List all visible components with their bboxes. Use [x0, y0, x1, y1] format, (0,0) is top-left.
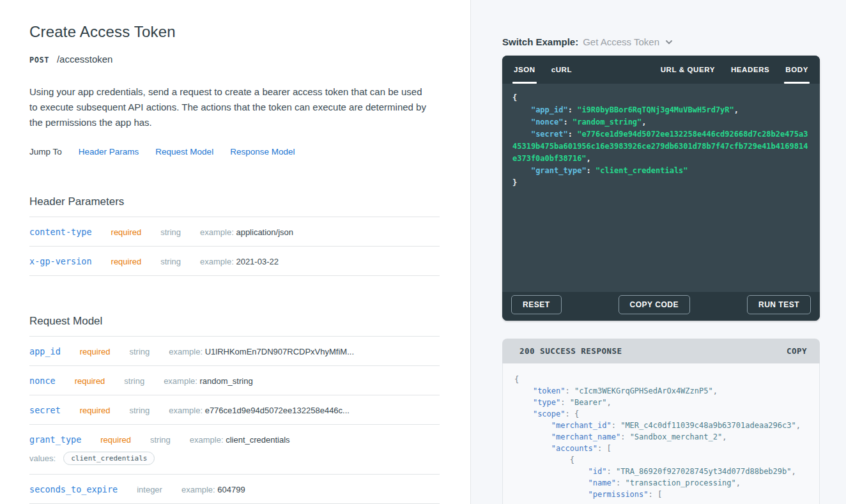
param-values-row: values:client_credentials — [29, 452, 440, 465]
reset-button[interactable]: RESET — [511, 295, 562, 314]
param-row-main: app_idrequiredstringexample: U1lRHKomEn7… — [29, 346, 440, 356]
param-example-label: example: — [169, 347, 204, 356]
request-example-panel: JSONcURL URL & QUERYHEADERSBODY { "app_i… — [502, 56, 820, 321]
param-name: grant_type — [29, 434, 81, 445]
param-type: string — [129, 347, 150, 356]
switch-example-select[interactable]: Get Access Token — [583, 36, 659, 47]
param-row-nonce: noncerequiredstringexample: random_strin… — [29, 366, 440, 395]
param-example-value: U1lRHKomEn7DN907RCDPxVhyMfiM... — [205, 347, 354, 356]
param-example-value: random_string — [200, 376, 253, 386]
section-heading: Header Parameters — [29, 195, 440, 208]
section-header-parameters: Header Parameterscontent-typerequiredstr… — [29, 195, 440, 276]
param-example-value: client_credentials — [226, 435, 289, 445]
param-example-value: 604799 — [217, 485, 245, 494]
param-row-main: grant_typerequiredstringexample: client_… — [29, 434, 440, 445]
param-row-main: content-typerequiredstringexample: appli… — [29, 227, 440, 237]
section-heading: Request Model — [29, 315, 440, 328]
param-example-label: example: — [164, 376, 199, 386]
param-required-badge: required — [80, 406, 111, 415]
param-example-value: application/json — [236, 227, 293, 237]
param-row-grant-type: grant_typerequiredstringexample: client_… — [29, 425, 440, 475]
param-row-main: x-gp-versionrequiredstringexample: 2021-… — [29, 256, 440, 266]
param-rows: app_idrequiredstringexample: U1lRHKomEn7… — [29, 336, 440, 504]
param-type: string — [124, 376, 144, 386]
response-header: 200 SUCCESS RESPONSE COPY — [502, 339, 820, 363]
tab-json[interactable]: JSON — [512, 56, 537, 84]
example-panel-footer: RESETCOPY CODERUN TEST — [502, 292, 820, 321]
switch-example-row: Switch Example: Get Access Token — [502, 36, 820, 47]
param-name: nonce — [29, 376, 56, 386]
example-pane: Switch Example: Get Access Token JSONcUR… — [471, 0, 846, 504]
param-example-label: example: — [190, 435, 226, 445]
copy-code-button[interactable]: COPY CODE — [619, 295, 690, 314]
endpoint: POST /accesstoken — [29, 54, 440, 65]
section-request-model: Request Modelapp_idrequiredstringexample… — [29, 315, 440, 504]
jump-link-header-params[interactable]: Header Params — [79, 147, 139, 157]
jump-link-response-model[interactable]: Response Model — [230, 147, 295, 157]
param-example-label: example: — [169, 406, 204, 415]
param-rows: content-typerequiredstringexample: appli… — [29, 217, 440, 276]
endpoint-description: Using your app credentials, send a reque… — [29, 84, 429, 130]
doc-pane: Create Access Token POST /accesstoken Us… — [0, 0, 471, 504]
param-example-label: example: — [200, 227, 236, 237]
tab-curl[interactable]: cURL — [550, 56, 573, 84]
param-example: example: U1lRHKomEn7DN907RCDPxVhyMfiM... — [169, 347, 354, 356]
endpoint-path: /accesstoken — [57, 54, 113, 65]
param-type: string — [160, 257, 181, 266]
param-example: example: random_string — [164, 376, 252, 386]
param-name: app_id — [29, 346, 61, 356]
tab-url-query[interactable]: URL & QUERY — [659, 56, 716, 84]
param-row-secret: secretrequiredstringexample: e776ce1d9e9… — [29, 395, 440, 425]
tab-body[interactable]: BODY — [784, 56, 810, 84]
page-title: Create Access Token — [29, 23, 440, 41]
param-example: example: e776ce1d9e94d5072ee132258e446c.… — [169, 406, 350, 415]
param-row-app-id: app_idrequiredstringexample: U1lRHKomEn7… — [29, 337, 440, 366]
param-example: example: 2021-03-22 — [200, 257, 279, 266]
param-type: string — [129, 406, 150, 415]
param-values-label: values: — [29, 454, 56, 463]
param-example-value: e776ce1d9e94d5072ee132258e446c... — [205, 406, 350, 415]
param-required-badge: required — [80, 347, 111, 356]
param-row-main: seconds_to_expireintegerexample: 604799 — [29, 484, 440, 494]
http-method: POST — [29, 56, 49, 65]
param-example: example: application/json — [200, 227, 293, 237]
param-type: string — [160, 227, 181, 237]
request-code: { "app_id": "i9R0byBBor6RqTQNj3g4MuVBwH5… — [502, 84, 820, 292]
response-code: { "token": "cIcm3WEKGrqGPHSedArOx4WZznP5… — [502, 363, 820, 504]
param-example: example: 604799 — [181, 485, 245, 494]
response-copy-button[interactable]: COPY — [787, 346, 807, 356]
jump-link-request-model[interactable]: Request Model — [155, 147, 213, 157]
page: Create Access Token POST /accesstoken Us… — [0, 0, 846, 504]
chevron-down-icon[interactable] — [665, 40, 673, 45]
param-example-label: example: — [200, 257, 236, 266]
param-name: x-gp-version — [29, 256, 92, 266]
param-value-chip: client_credentials — [63, 452, 155, 465]
response-status: 200 SUCCESS RESPONSE — [519, 346, 622, 356]
switch-example-label: Switch Example: — [502, 36, 578, 47]
param-required-badge: required — [100, 435, 131, 445]
tab-headers[interactable]: HEADERS — [730, 56, 771, 84]
param-row-main: secretrequiredstringexample: e776ce1d9e9… — [29, 405, 440, 415]
response-panel: 200 SUCCESS RESPONSE COPY { "token": "cI… — [502, 339, 820, 504]
jump-to-label: Jump To — [29, 147, 62, 157]
param-required-badge: required — [111, 257, 142, 266]
param-name: seconds_to_expire — [29, 484, 118, 494]
param-row-x-gp-version: x-gp-versionrequiredstringexample: 2021-… — [29, 247, 440, 276]
param-row-main: noncerequiredstringexample: random_strin… — [29, 376, 440, 386]
param-required-badge: required — [111, 227, 142, 237]
param-name: content-type — [29, 227, 92, 237]
jump-to-nav: Jump To Header ParamsRequest ModelRespon… — [29, 147, 440, 157]
param-required-badge: required — [75, 376, 105, 386]
param-row-seconds-to-expire: seconds_to_expireintegerexample: 604799 — [29, 475, 440, 504]
param-type: integer — [137, 485, 162, 494]
param-name: secret — [29, 405, 61, 415]
param-row-content-type: content-typerequiredstringexample: appli… — [29, 217, 440, 247]
run-test-button[interactable]: RUN TEST — [747, 295, 811, 314]
param-example-label: example: — [181, 485, 217, 494]
param-example: example: client_credentials — [190, 435, 290, 445]
param-example-value: 2021-03-22 — [236, 257, 279, 266]
param-type: string — [150, 435, 171, 445]
example-tabbar: JSONcURL URL & QUERYHEADERSBODY — [502, 56, 820, 84]
